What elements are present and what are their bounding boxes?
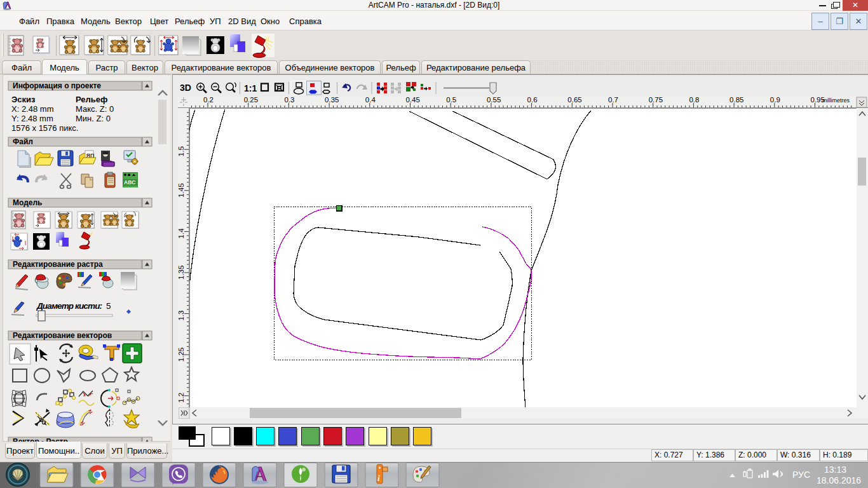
- svg-text:18.06.2016: 18.06.2016: [817, 475, 861, 485]
- svg-text:Мин. Z: 0: Мин. Z: 0: [76, 114, 111, 123]
- svg-text:1.45: 1.45: [178, 183, 185, 197]
- svg-text:0.25: 0.25: [244, 97, 258, 104]
- svg-text:Y: 2.48 mm: Y: 2.48 mm: [11, 114, 53, 123]
- svg-text:0.8: 0.8: [689, 97, 699, 104]
- svg-text:Эскиз: Эскиз: [11, 95, 36, 104]
- svg-text:0.3: 0.3: [284, 97, 294, 104]
- svg-text:1.25: 1.25: [178, 348, 185, 362]
- svg-text:1576 x 1576 пикс.: 1576 x 1576 пикс.: [11, 123, 78, 133]
- svg-text:ABC: ABC: [124, 179, 135, 186]
- svg-text:0.75: 0.75: [649, 97, 663, 104]
- svg-text:РУС: РУС: [792, 470, 810, 480]
- svg-text:Диаметр кисти:: Диаметр кисти:: [36, 301, 102, 311]
- svg-text:13:13: 13:13: [824, 464, 846, 475]
- svg-text:Редактирование растра: Редактирование растра: [13, 260, 103, 269]
- svg-text:Редактирование векторов: Редактирование векторов: [13, 331, 112, 340]
- svg-text:i: i: [377, 473, 380, 483]
- svg-text:5: 5: [106, 301, 111, 311]
- svg-text:1:1: 1:1: [244, 83, 257, 93]
- svg-text:1.4: 1.4: [178, 228, 185, 239]
- svg-text:0.45: 0.45: [406, 97, 420, 104]
- svg-text:Макс. Z: 0: Макс. Z: 0: [76, 104, 114, 114]
- svg-text:0.7: 0.7: [608, 97, 618, 104]
- svg-text:0.65: 0.65: [567, 97, 581, 104]
- svg-text:Рельеф: Рельеф: [76, 95, 107, 104]
- svg-text:millimetres: millimetres: [822, 97, 850, 104]
- svg-text:Файл: Файл: [13, 137, 33, 146]
- svg-text:0.4: 0.4: [365, 97, 376, 104]
- svg-text:0.35: 0.35: [325, 97, 339, 104]
- svg-text:X: 2.48 mm: X: 2.48 mm: [11, 104, 53, 114]
- svg-text:1.5: 1.5: [178, 146, 185, 156]
- svg-text:3D: 3D: [180, 83, 191, 93]
- svg-text:Информация о проекте: Информация о проекте: [13, 81, 101, 90]
- svg-text:0.5: 0.5: [446, 97, 456, 104]
- svg-text:0.2: 0.2: [203, 97, 214, 104]
- svg-text:Модель: Модель: [13, 198, 42, 207]
- svg-text:Вектор - Растр: Вектор - Растр: [13, 437, 68, 442]
- svg-text:0.9: 0.9: [770, 97, 780, 104]
- svg-text:0.6: 0.6: [527, 97, 538, 104]
- svg-text:1.2: 1.2: [178, 393, 185, 403]
- svg-text:1.35: 1.35: [178, 266, 185, 280]
- svg-text:1.3: 1.3: [178, 311, 185, 321]
- svg-text:0.85: 0.85: [729, 97, 743, 104]
- svg-text:0.55: 0.55: [487, 97, 501, 104]
